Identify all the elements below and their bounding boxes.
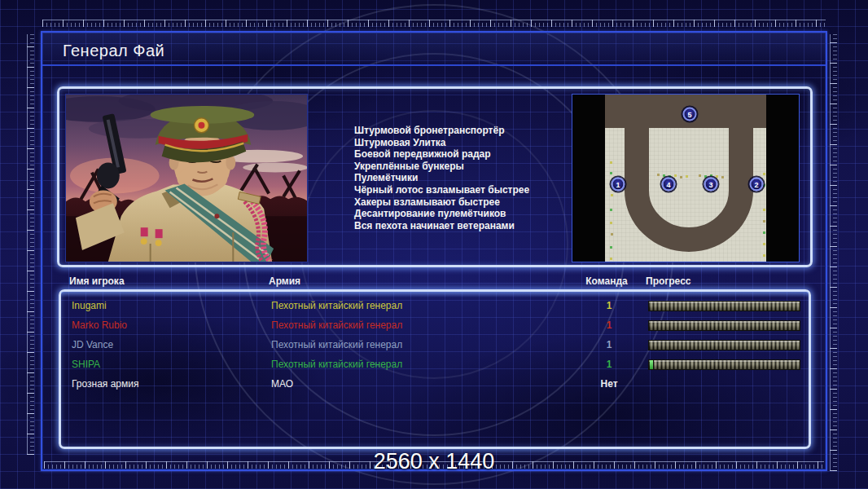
map-unit-dot xyxy=(763,254,765,257)
player-progress-cell xyxy=(648,320,800,331)
title-bar: Генерал Фай xyxy=(42,33,826,66)
player-row: SHIPA Пехотный китайский генерал 1 xyxy=(72,355,809,374)
bonus-item: Хакеры взламывают быстрее xyxy=(354,196,529,209)
bonus-item: Пулемётчики xyxy=(354,172,529,184)
map-unit-dot xyxy=(611,194,613,196)
bonus-list: Штурмовой бронетранспортёрШтурмовая Улит… xyxy=(354,125,529,231)
player-name: Marko Rubio xyxy=(72,319,271,331)
start-position-marker: 1 xyxy=(612,178,625,192)
player-name: Грозная армия xyxy=(72,378,271,390)
bonus-item: Боевой передвижной радар xyxy=(354,148,529,161)
bonus-item: Штурмовой бронетранспортёр xyxy=(354,125,529,137)
player-name: JD Vance xyxy=(72,339,271,350)
resolution-label: 2560 x 1440 xyxy=(0,449,868,474)
player-table-header: Имя игрока Армия Команда Прогресс xyxy=(69,275,811,287)
map-unit-dot xyxy=(610,222,612,224)
start-position-marker: 5 xyxy=(683,108,697,121)
map-unit-dot xyxy=(699,174,701,177)
player-rows: Inugami Пехотный китайский генерал 1 Mar… xyxy=(61,292,809,447)
bonus-item: Вся пехота начинает ветеранами xyxy=(354,220,529,232)
bonus-item: Штурмовая Улитка xyxy=(354,137,529,149)
map-unit-dot xyxy=(610,172,612,174)
player-name: SHIPA xyxy=(72,359,271,370)
player-army: Пехотный китайский генерал xyxy=(271,319,581,331)
progress-bar xyxy=(648,359,800,370)
player-progress-cell xyxy=(648,340,800,350)
player-team: Нет xyxy=(581,378,638,390)
start-position-marker: 2 xyxy=(750,178,764,192)
progress-bar xyxy=(648,340,800,350)
map-unit-dot xyxy=(716,175,718,178)
map-unit-dot xyxy=(674,174,677,177)
player-team: 1 xyxy=(581,339,638,350)
progress-bar xyxy=(648,301,800,311)
player-army: Пехотный китайский генерал xyxy=(271,359,581,370)
progress-green-segment xyxy=(650,360,653,369)
map-unit-dot xyxy=(704,175,707,178)
player-army: Пехотный китайский генерал xyxy=(271,339,581,350)
map-unit-dot xyxy=(663,174,665,177)
player-table-panel: Inugami Пехотный китайский генерал 1 Mar… xyxy=(59,289,811,449)
ruler-right xyxy=(830,34,837,471)
bonus-item: Чёрный лотос взламывает быстрее xyxy=(354,184,529,196)
map-unit-dot xyxy=(763,243,765,245)
map-unit-dot xyxy=(763,173,765,175)
bonus-item: Десантирование пулемётчиков xyxy=(354,208,529,220)
player-row: JD Vance Пехотный китайский генерал 1 xyxy=(72,335,809,355)
player-team: 1 xyxy=(581,319,638,331)
player-army: Пехотный китайский генерал xyxy=(271,300,581,311)
minimap: 51432 xyxy=(572,94,800,262)
header-team: Команда xyxy=(578,275,635,287)
general-portrait xyxy=(65,94,308,262)
general-portrait-art xyxy=(66,95,307,262)
ruler-top xyxy=(42,20,826,27)
map-unit-dot xyxy=(657,174,660,176)
player-row: Marko Rubio Пехотный китайский генерал 1 xyxy=(72,315,809,335)
progress-bar xyxy=(648,320,800,331)
map-unit-dot xyxy=(610,246,612,249)
start-position-marker: 4 xyxy=(662,178,676,192)
player-row: Inugami Пехотный китайский генерал 1 xyxy=(72,296,809,315)
player-row: Грозная армия МАО Нет xyxy=(72,374,809,394)
bonus-item: Укреплённые бункеры xyxy=(354,161,529,173)
header-progress: Прогресс xyxy=(646,275,690,287)
header-army: Армия xyxy=(269,275,578,287)
map-unit-dot xyxy=(763,220,765,222)
map-unit-dot xyxy=(610,161,612,164)
map-unit-dot xyxy=(763,209,765,211)
map-unit-dot xyxy=(611,233,613,236)
player-progress-cell xyxy=(648,359,800,370)
player-team: 1 xyxy=(581,300,638,311)
header-player-name: Имя игрока xyxy=(69,275,269,287)
page-title: Генерал Фай xyxy=(63,42,164,60)
player-army: МАО xyxy=(271,378,581,390)
general-info-panel: Штурмовой бронетранспортёрШтурмовая Улит… xyxy=(57,86,813,267)
map-unit-dot xyxy=(680,176,682,178)
player-team: 1 xyxy=(581,359,638,370)
map-unit-dot xyxy=(610,258,612,260)
map-unit-dot xyxy=(763,231,765,234)
map-unit-dot xyxy=(686,175,688,178)
player-name: Inugami xyxy=(72,300,271,311)
map-unit-dot xyxy=(721,176,724,178)
ruler-left xyxy=(27,34,34,455)
start-position-marker: 3 xyxy=(704,178,718,192)
map-unit-dot xyxy=(610,209,612,211)
player-progress-cell xyxy=(648,301,800,311)
